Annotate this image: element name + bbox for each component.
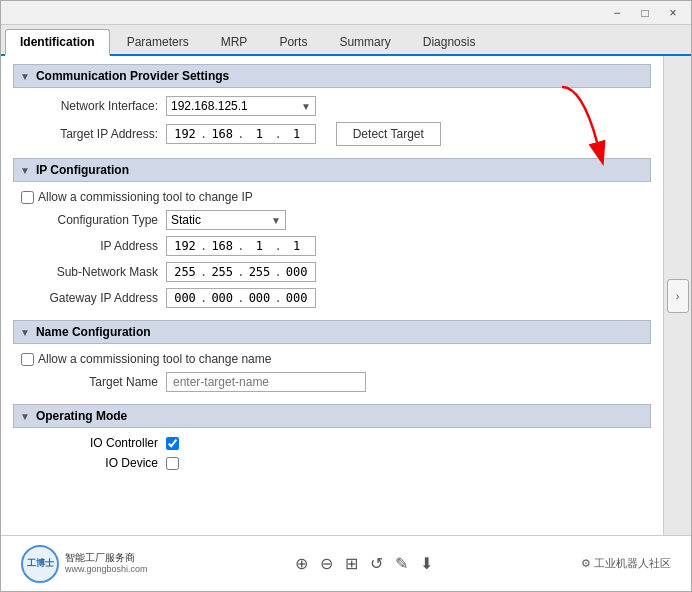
target-ip-c[interactable]: [245, 127, 273, 141]
edit-icon[interactable]: ✎: [395, 554, 408, 573]
gateway-c[interactable]: [245, 291, 273, 305]
subnet-a[interactable]: [171, 265, 199, 279]
main-window: − □ × Identification Parameters MRP Port…: [0, 0, 692, 592]
config-type-label: Configuration Type: [21, 213, 166, 227]
bottom-left: 工博士 智能工厂服务商 www.gongboshi.com: [21, 545, 148, 583]
logo-line1: 智能工厂服务商: [65, 551, 148, 564]
dot2: .: [236, 127, 245, 141]
io-device-label: IO Device: [21, 456, 166, 470]
network-interface-control: 192.168.125.1 ▼: [166, 96, 316, 116]
target-ip-label: Target IP Address:: [21, 127, 166, 141]
network-interface-label: Network Interface:: [21, 99, 166, 113]
subnet-input[interactable]: . . .: [166, 262, 316, 282]
community-text: ⚙ 工业机器人社区: [581, 556, 671, 571]
tab-parameters[interactable]: Parameters: [112, 29, 204, 54]
name-config-chevron: ▼: [20, 327, 30, 338]
allow-name-change-row: Allow a commissioning tool to change nam…: [13, 352, 651, 366]
config-type-row: Configuration Type StaticDHCP ▼: [13, 210, 651, 230]
tab-identification[interactable]: Identification: [5, 29, 110, 56]
maximize-button[interactable]: □: [631, 3, 659, 23]
logo-line2: www.gongboshi.com: [65, 564, 148, 576]
operating-mode-title: Operating Mode: [36, 409, 127, 423]
ip-d[interactable]: [283, 239, 311, 253]
io-device-checkbox[interactable]: [166, 457, 179, 470]
config-type-dropdown[interactable]: StaticDHCP ▼: [166, 210, 286, 230]
network-interface-row: Network Interface: 192.168.125.1 ▼: [13, 96, 651, 116]
close-button[interactable]: ×: [659, 3, 687, 23]
subnet-b[interactable]: [208, 265, 236, 279]
target-name-row: Target Name: [13, 372, 651, 392]
tab-ports[interactable]: Ports: [264, 29, 322, 54]
config-type-select[interactable]: StaticDHCP: [171, 213, 281, 227]
ip-address-input[interactable]: . . .: [166, 236, 316, 256]
target-ip-a[interactable]: [171, 127, 199, 141]
ip-config-section: ▼ IP Configuration Allow a commissioning…: [13, 158, 651, 308]
io-controller-label: IO Controller: [21, 436, 166, 450]
download-icon[interactable]: ⬇: [420, 554, 433, 573]
communication-title: Communication Provider Settings: [36, 69, 229, 83]
fit-icon[interactable]: ⊞: [345, 554, 358, 573]
title-bar: − □ ×: [1, 1, 691, 25]
subnet-d[interactable]: [283, 265, 311, 279]
target-ip-d[interactable]: [283, 127, 311, 141]
operating-mode-section: ▼ Operating Mode IO Controller IO Device: [13, 404, 651, 470]
operating-mode-header[interactable]: ▼ Operating Mode: [13, 404, 651, 428]
tab-diagnosis[interactable]: Diagnosis: [408, 29, 491, 54]
network-interface-dropdown[interactable]: 192.168.125.1 ▼: [166, 96, 316, 116]
name-config-section: ▼ Name Configuration Allow a commissioni…: [13, 320, 651, 392]
io-controller-checkbox[interactable]: [166, 437, 179, 450]
communication-header[interactable]: ▼ Communication Provider Settings: [13, 64, 651, 88]
logo-icon: 工博士: [21, 545, 59, 583]
communication-chevron: ▼: [20, 71, 30, 82]
io-device-row: IO Device: [13, 456, 651, 470]
target-ip-input[interactable]: . . .: [166, 124, 316, 144]
bottom-right: ⚙ 工业机器人社区: [581, 556, 671, 571]
target-ip-control: . . . Detect Target: [166, 122, 441, 146]
logo-text: 智能工厂服务商 www.gongboshi.com: [65, 551, 148, 576]
subnet-c[interactable]: [245, 265, 273, 279]
ip-address-label: IP Address: [21, 239, 166, 253]
ip-a[interactable]: [171, 239, 199, 253]
detect-target-button[interactable]: Detect Target: [336, 122, 441, 146]
logo-area: 工博士 智能工厂服务商 www.gongboshi.com: [21, 545, 148, 583]
allow-ip-change-checkbox[interactable]: [21, 191, 34, 204]
tab-mrp[interactable]: MRP: [206, 29, 263, 54]
side-expand-button[interactable]: ›: [667, 279, 689, 313]
gateway-d[interactable]: [283, 291, 311, 305]
side-panel: ›: [663, 56, 691, 535]
ip-c[interactable]: [245, 239, 273, 253]
subnet-control: . . .: [166, 262, 316, 282]
allow-name-change-checkbox[interactable]: [21, 353, 34, 366]
gateway-input[interactable]: . . .: [166, 288, 316, 308]
name-config-title: Name Configuration: [36, 325, 151, 339]
ip-address-row: IP Address . . .: [13, 236, 651, 256]
ip-config-header[interactable]: ▼ IP Configuration: [13, 158, 651, 182]
allow-ip-change-row: Allow a commissioning tool to change IP: [13, 190, 651, 204]
allow-name-change-label: Allow a commissioning tool to change nam…: [34, 352, 271, 366]
allow-ip-change-label: Allow a commissioning tool to change IP: [34, 190, 253, 204]
name-config-header[interactable]: ▼ Name Configuration: [13, 320, 651, 344]
minimize-button[interactable]: −: [603, 3, 631, 23]
main-panel: ▼ Communication Provider Settings Networ…: [1, 56, 663, 535]
subnet-label: Sub-Network Mask: [21, 265, 166, 279]
tab-bar: Identification Parameters MRP Ports Summ…: [1, 25, 691, 56]
zoom-in-icon[interactable]: ⊕: [295, 554, 308, 573]
subnet-row: Sub-Network Mask . . .: [13, 262, 651, 282]
ip-address-control: . . .: [166, 236, 316, 256]
target-name-input[interactable]: [166, 372, 366, 392]
network-interface-select[interactable]: 192.168.125.1: [171, 99, 311, 113]
communication-section: ▼ Communication Provider Settings Networ…: [13, 64, 651, 146]
undo-icon[interactable]: ↺: [370, 554, 383, 573]
content-area: ▼ Communication Provider Settings Networ…: [1, 56, 691, 535]
ip-b[interactable]: [208, 239, 236, 253]
gateway-label: Gateway IP Address: [21, 291, 166, 305]
config-type-control: StaticDHCP ▼: [166, 210, 286, 230]
gateway-b[interactable]: [208, 291, 236, 305]
zoom-out-icon[interactable]: ⊖: [320, 554, 333, 573]
toolbar-icons: ⊕ ⊖ ⊞ ↺ ✎ ⬇: [295, 554, 433, 573]
target-ip-b[interactable]: [208, 127, 236, 141]
ip-config-chevron: ▼: [20, 165, 30, 176]
tab-summary[interactable]: Summary: [324, 29, 405, 54]
gateway-a[interactable]: [171, 291, 199, 305]
operating-mode-chevron: ▼: [20, 411, 30, 422]
